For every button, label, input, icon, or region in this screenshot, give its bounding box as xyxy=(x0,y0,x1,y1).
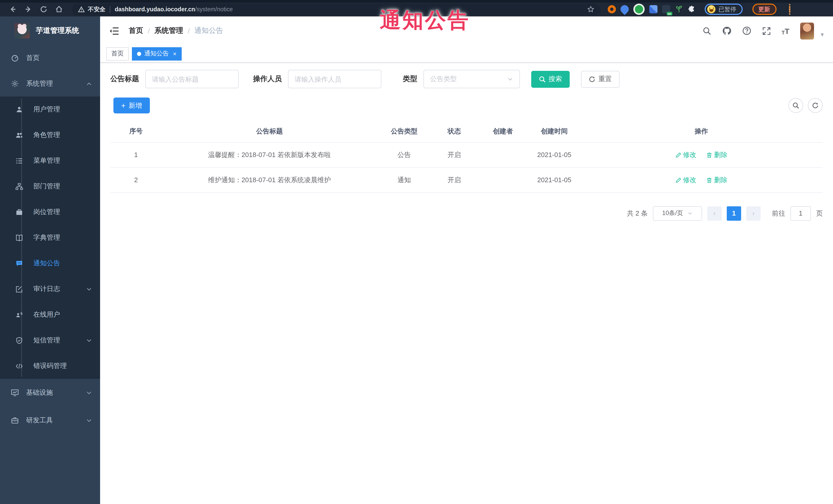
emoji-avatar-icon xyxy=(707,5,715,13)
sidebar-item-dept-mgmt[interactable]: 部门管理 xyxy=(0,173,100,199)
font-size-icon[interactable]: TT xyxy=(782,26,790,35)
sidebar-item-dict-mgmt[interactable]: 字典管理 xyxy=(0,225,100,250)
prev-page-button[interactable]: ‹ xyxy=(707,206,722,220)
goto-page-input[interactable] xyxy=(790,206,811,220)
extension-green-icon[interactable] xyxy=(635,5,643,13)
page-unit-label: 页 xyxy=(816,209,823,218)
help-icon[interactable] xyxy=(742,26,752,35)
extension-drop-icon[interactable] xyxy=(619,3,630,15)
home-icon[interactable] xyxy=(51,3,67,16)
edit-button[interactable]: 修改 xyxy=(675,175,696,185)
page-size-select[interactable]: 10条/页 xyxy=(653,206,702,220)
sidebar-fold-icon[interactable] xyxy=(108,25,120,37)
extension-leaf-icon[interactable] xyxy=(675,5,683,13)
chrome-update-button[interactable]: 更新 xyxy=(752,4,776,15)
filter-form: 公告标题 操作人员 类型 公告类型 搜索 xyxy=(110,70,823,88)
next-page-button[interactable]: › xyxy=(746,206,761,220)
toggle-search-icon[interactable] xyxy=(788,98,803,113)
col-created: 创建时间 xyxy=(529,121,580,142)
type-label: 类型 xyxy=(403,74,417,83)
cell-created: 2021-01-05 xyxy=(529,167,580,192)
type-select[interactable]: 公告类型 xyxy=(423,70,520,88)
url-host[interactable]: dashboard.yudao.iocoder.cn xyxy=(115,6,195,12)
sidebar-item-audit-log[interactable]: 审计日志 xyxy=(0,276,100,302)
address-bar[interactable]: 不安全 dashboard.yudao.iocoder.cn /system/n… xyxy=(72,3,600,15)
main-panel: 首页 / 系统管理 / 通知公告 xyxy=(100,17,833,504)
not-secure-label[interactable]: 不安全 xyxy=(88,5,105,13)
breadcrumb-current: 通知公告 xyxy=(194,26,223,35)
pagination: 共 2 条 10条/页 ‹ 1 › 前往 页 xyxy=(110,206,823,220)
cell-title: 温馨提醒：2018-07-01 若依新版本发布啦 xyxy=(162,142,377,167)
sidebar-item-home[interactable]: 首页 xyxy=(0,45,100,71)
delete-button[interactable]: 删除 xyxy=(707,150,728,159)
search-button[interactable]: 搜索 xyxy=(531,71,570,88)
toolbox-icon xyxy=(11,416,19,425)
sidebar-item-online-users[interactable]: 在线用户 xyxy=(0,302,100,328)
gear-icon xyxy=(11,79,19,88)
forward-icon[interactable] xyxy=(21,3,36,16)
table-tools xyxy=(788,98,823,113)
sidebar-item-system[interactable]: 系统管理 xyxy=(0,71,100,96)
shield-icon xyxy=(15,336,23,344)
header-search-icon[interactable] xyxy=(703,26,711,35)
browser-menu-icon[interactable]: ⋮⋮⋮ xyxy=(786,5,793,13)
url-path[interactable]: /system/notice xyxy=(195,6,233,12)
sidebar-item-sms-mgmt[interactable]: 短信管理 xyxy=(0,328,100,353)
col-status: 状态 xyxy=(431,121,477,142)
user-icon xyxy=(15,105,23,113)
tab-notice[interactable]: 通知公告 × xyxy=(132,47,182,60)
table-header-row: 序号 公告标题 公告类型 状态 创建者 创建时间 操作 xyxy=(110,121,823,142)
sidebar-item-post-mgmt[interactable]: 岗位管理 xyxy=(0,199,100,225)
refresh-icon[interactable] xyxy=(808,98,823,113)
total-count: 共 2 条 xyxy=(627,209,648,218)
sidebar-item-dev-tools[interactable]: 研发工具 xyxy=(0,407,100,434)
reload-icon[interactable] xyxy=(36,3,51,16)
breadcrumb-separator: / xyxy=(188,27,190,35)
breadcrumb-separator: / xyxy=(148,27,150,35)
extension-grid-icon[interactable] xyxy=(649,5,658,13)
sidebar-item-error-code[interactable]: 错误码管理 xyxy=(0,353,100,379)
operator-label: 操作人员 xyxy=(253,74,282,83)
reset-button[interactable]: 重置 xyxy=(581,71,619,88)
page-1-button[interactable]: 1 xyxy=(727,206,741,220)
sidebar-item-notice[interactable]: 通知公告 xyxy=(0,250,100,276)
avatar-caret-icon[interactable]: ▼ xyxy=(820,31,825,37)
table-toolbar: + 新增 xyxy=(110,97,823,114)
tab-home[interactable]: 首页 xyxy=(106,47,129,60)
edit-button[interactable]: 修改 xyxy=(675,150,696,159)
col-actions: 操作 xyxy=(580,121,823,142)
back-icon[interactable] xyxy=(5,3,21,16)
chevron-down-icon xyxy=(86,390,92,395)
extensions-puzzle-icon[interactable] xyxy=(688,5,696,13)
cell-status: 开启 xyxy=(431,167,477,192)
breadcrumb-home[interactable]: 首页 xyxy=(129,26,143,35)
close-tab-icon[interactable]: × xyxy=(173,51,176,57)
notice-title-input[interactable] xyxy=(145,70,239,88)
extension-switch-icon[interactable]: on xyxy=(662,5,670,13)
sidebar-item-role-mgmt[interactable]: 角色管理 xyxy=(0,122,100,148)
chevron-up-icon xyxy=(86,81,92,87)
sidebar-item-infrastructure[interactable]: 基础设施 xyxy=(0,379,100,407)
delete-button[interactable]: 删除 xyxy=(707,175,728,185)
system-submenu: 用户管理 角色管理 菜单管理 xyxy=(0,96,100,379)
logo[interactable]: 芋道管理系统 xyxy=(0,17,100,45)
fullscreen-icon[interactable] xyxy=(762,26,771,35)
profile-paused-badge[interactable]: 已暂停 xyxy=(705,4,742,15)
chat-bubble-icon xyxy=(15,260,23,267)
avatar[interactable] xyxy=(800,22,814,39)
add-button[interactable]: + 新增 xyxy=(114,97,150,114)
online-user-icon xyxy=(15,311,23,318)
bookmark-star-icon[interactable] xyxy=(587,6,594,13)
cell-type: 公告 xyxy=(377,142,431,167)
sidebar-item-menu-mgmt[interactable]: 菜单管理 xyxy=(0,148,100,173)
screen: 不安全 dashboard.yudao.iocoder.cn /system/n… xyxy=(0,0,833,504)
app-title: 芋道管理系统 xyxy=(36,26,79,35)
tags-view: 首页 通知公告 × xyxy=(100,45,833,63)
breadcrumb-system[interactable]: 系统管理 xyxy=(154,26,183,35)
operator-input[interactable] xyxy=(288,70,381,88)
extensions-bar: on 已暂停 更新 ⋮⋮⋮ xyxy=(608,4,793,15)
github-icon[interactable] xyxy=(722,26,731,35)
sidebar-item-user-mgmt[interactable]: 用户管理 xyxy=(0,96,100,122)
cell-creator xyxy=(477,142,529,167)
extension-orange-icon[interactable] xyxy=(608,5,616,13)
